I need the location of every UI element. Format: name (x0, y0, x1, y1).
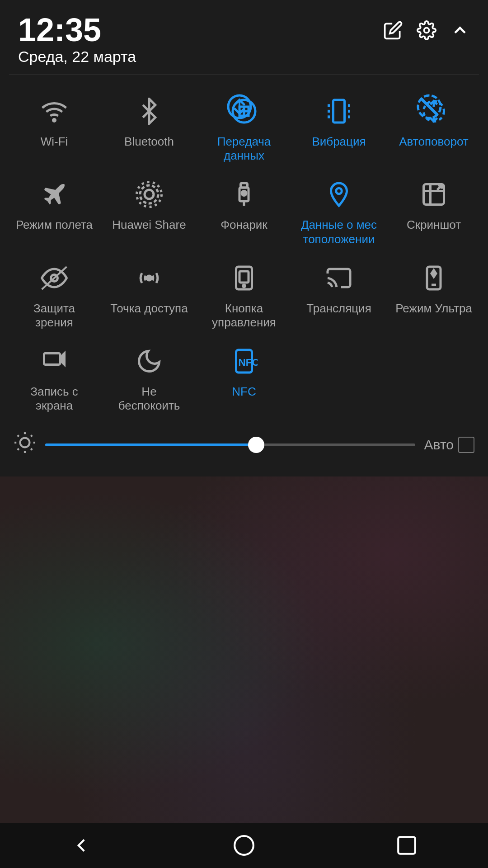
brightness-thumb[interactable] (248, 437, 264, 453)
airplane-icon (36, 176, 72, 212)
toggle-dnd[interactable]: Небеспокоить (104, 339, 194, 417)
svg-point-19 (145, 190, 154, 199)
airplane-label: Режим полета (16, 218, 93, 232)
control-button-icon (226, 260, 262, 296)
svg-rect-33 (239, 271, 249, 283)
toggle-huawei-share[interactable]: Huawei Share (104, 172, 194, 250)
brightness-track (45, 443, 415, 446)
status-icons (383, 14, 470, 44)
brightness-auto-label: Авто (424, 437, 454, 453)
cast-label: Трансляция (306, 302, 371, 316)
dnd-label: Небеспокоить (118, 385, 180, 413)
screen-record-label: Запись сэкрана (30, 385, 78, 413)
svg-text:NFC: NFC (239, 357, 258, 368)
toggle-location[interactable]: Данные о местоположении (294, 172, 384, 250)
toggle-bluetooth[interactable]: Bluetooth (104, 89, 194, 167)
brightness-slider[interactable] (45, 443, 415, 446)
hotspot-icon (131, 260, 167, 296)
toggle-vibration[interactable]: Вибрация (294, 89, 384, 167)
date-display: Среда, 22 марта (18, 48, 136, 66)
toggle-hotspot[interactable]: Точка доступа (104, 255, 194, 334)
svg-point-0 (424, 28, 429, 33)
toggle-eye-protection[interactable]: Защитазрения (9, 255, 99, 334)
nfc-label: NFC (232, 385, 256, 399)
control-button-label: Кнопкауправления (212, 302, 276, 330)
toggle-cast[interactable]: Трансляция (294, 255, 384, 334)
svg-point-51 (235, 836, 253, 855)
svg-rect-38 (44, 354, 60, 365)
autorotate-icon (416, 93, 452, 129)
toggle-ultra-mode[interactable]: Режим Ультра (389, 255, 479, 334)
collapse-icon[interactable] (450, 20, 470, 44)
cast-icon (321, 260, 357, 296)
dnd-icon (131, 343, 167, 379)
ultra-mode-icon (416, 260, 452, 296)
data-label: Передачаданных (217, 135, 271, 163)
screen-record-icon (36, 343, 72, 379)
location-icon (321, 176, 357, 212)
svg-line-49 (18, 448, 19, 450)
toggle-screenshot[interactable]: Скриншот (389, 172, 479, 250)
screenshot-icon (416, 176, 452, 212)
ultra-mode-label: Режим Ультра (395, 302, 472, 316)
svg-line-45 (18, 435, 19, 436)
svg-point-1 (53, 119, 56, 122)
svg-point-42 (20, 438, 30, 447)
edit-icon[interactable] (383, 20, 403, 44)
recent-button[interactable] (386, 825, 427, 866)
brightness-fill (45, 443, 256, 446)
vibration-label: Вибрация (312, 135, 366, 149)
location-label: Данные о местоположении (301, 218, 377, 246)
eye-icon (36, 260, 72, 296)
bluetooth-icon (131, 93, 167, 129)
svg-line-50 (31, 435, 32, 436)
brightness-row: Авто (0, 422, 488, 467)
hotspot-label: Точка доступа (110, 302, 188, 316)
screenshot-label: Скриншот (407, 218, 461, 232)
settings-icon[interactable] (417, 20, 436, 44)
svg-point-31 (147, 276, 151, 280)
toggle-nfc[interactable]: NFC NFC (199, 339, 289, 417)
svg-point-20 (140, 185, 158, 203)
svg-line-46 (31, 448, 32, 450)
svg-rect-52 (398, 837, 415, 854)
toggles-grid: Wi-Fi Bluetooth (0, 75, 488, 422)
svg-point-25 (242, 191, 246, 196)
svg-rect-7 (333, 100, 345, 123)
brightness-icon (14, 431, 36, 458)
toggle-screen-record[interactable]: Запись сэкрана (9, 339, 99, 417)
data-icon (226, 93, 262, 129)
toggle-airplane[interactable]: Режим полета (9, 172, 99, 250)
huawei-share-label: Huawei Share (112, 218, 186, 232)
toggle-data[interactable]: Передачаданных (199, 89, 289, 167)
autorotate-label: Автоповорот (399, 135, 468, 149)
flashlight-icon (226, 176, 262, 212)
bluetooth-label: Bluetooth (124, 135, 174, 149)
toggle-wifi[interactable]: Wi-Fi (9, 89, 99, 167)
nav-bar (0, 823, 488, 868)
eye-protection-label: Защитазрения (33, 302, 75, 330)
wifi-icon (36, 93, 72, 129)
back-button[interactable] (61, 825, 102, 866)
toggle-autorotate[interactable]: Автоповорот (389, 89, 479, 167)
svg-point-34 (243, 285, 245, 287)
status-bar: 12:35 Среда, 22 марта (0, 0, 488, 75)
svg-line-18 (422, 99, 437, 115)
time-display: 12:35 (18, 14, 136, 46)
toggle-control-button[interactable]: Кнопкауправления (199, 255, 289, 334)
wifi-label: Wi-Fi (41, 135, 68, 149)
flashlight-label: Фонарик (221, 218, 267, 232)
svg-point-26 (336, 189, 342, 194)
vibration-icon (321, 93, 357, 129)
toggle-flashlight[interactable]: Фонарик (199, 172, 289, 250)
nfc-icon: NFC (226, 343, 262, 379)
notification-panel: 12:35 Среда, 22 марта (0, 0, 488, 476)
time-block: 12:35 Среда, 22 марта (18, 14, 136, 66)
huawei-share-icon (131, 176, 167, 212)
brightness-auto-checkbox[interactable] (458, 437, 474, 453)
home-button[interactable] (224, 825, 264, 866)
brightness-auto: Авто (424, 437, 474, 453)
